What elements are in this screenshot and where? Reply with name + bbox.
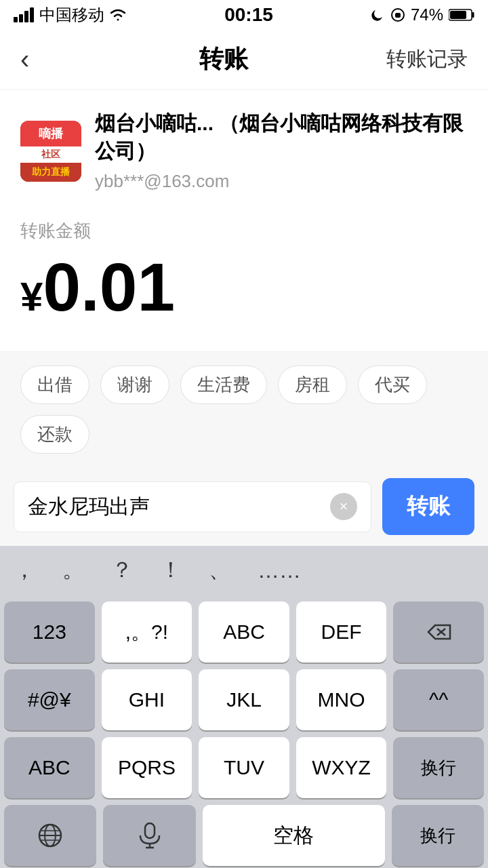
clear-input-button[interactable]: × — [330, 493, 357, 520]
quick-tag-还款[interactable]: 还款 — [20, 415, 89, 454]
carrier-label: 中国移动 — [39, 4, 104, 26]
back-button[interactable]: ‹ — [20, 44, 61, 75]
svg-rect-5 — [395, 13, 401, 18]
rotation-lock-icon — [390, 7, 405, 22]
keyboard-suggestions: ， 。 ？ ！ 、 …… — [0, 546, 488, 595]
svg-rect-16 — [145, 823, 155, 838]
page-title: 转账 — [199, 43, 248, 76]
key-punct[interactable]: ,。?! — [102, 601, 192, 663]
keyboard-row-3: ABC PQRS TUV WXYZ 换行 — [4, 737, 484, 798]
key-pqrs[interactable]: PQRS — [102, 737, 192, 798]
nav-bar: ‹ 转账 转账记录 — [0, 30, 488, 90]
key-return-1[interactable]: 换行 — [393, 737, 484, 798]
signal-icon — [14, 7, 35, 22]
keyboard-row-4: 空格 换行 — [4, 805, 484, 866]
key-symbols[interactable]: #@¥ — [4, 669, 95, 730]
microphone-icon — [138, 822, 162, 849]
key-abc-switch[interactable]: ABC — [4, 737, 95, 798]
key-globe[interactable] — [4, 805, 96, 866]
suggestion-ellipsis[interactable]: …… — [258, 558, 301, 583]
key-microphone[interactable] — [103, 805, 195, 866]
svg-rect-8 — [450, 11, 466, 19]
keyboard-row-1: 123 ,。?! ABC DEF — [4, 601, 484, 663]
key-wxyz[interactable]: WXYZ — [296, 737, 387, 798]
quick-tag-房租[interactable]: 房租 — [278, 366, 347, 404]
avatar-community-text: 社区 — [41, 149, 60, 161]
recipient-email: ybb***@163.com — [95, 171, 468, 192]
quick-tag-生活费[interactable]: 生活费 — [180, 366, 267, 404]
key-caps[interactable]: ^^ — [393, 669, 484, 730]
key-abc[interactable]: ABC — [199, 601, 289, 663]
globe-icon — [37, 822, 64, 849]
key-123[interactable]: 123 — [4, 601, 95, 663]
currency-symbol: ¥ — [20, 274, 43, 319]
recipient-name: 烟台小嘀咕... （烟台小嘀咕网络科技有限公司） — [95, 110, 468, 165]
moon-icon — [370, 7, 385, 22]
battery-icon — [449, 8, 474, 22]
message-input-wrapper[interactable]: 金水尼玛出声 × — [14, 481, 371, 532]
avatar-sub-text: 助力直播 — [32, 166, 70, 178]
status-time: 00:15 — [224, 4, 273, 26]
suggestion-period[interactable]: 。 — [62, 555, 84, 585]
amount-value: 0.01 — [43, 249, 175, 325]
quick-tag-代买[interactable]: 代买 — [358, 366, 427, 404]
suggestion-exclamation[interactable]: ！ — [160, 555, 182, 585]
battery-percent: 74% — [411, 5, 443, 24]
transfer-history-button[interactable]: 转账记录 — [386, 45, 468, 73]
quick-tags: 出借谢谢生活费房租代买还款 — [20, 366, 468, 454]
key-space[interactable]: 空格 — [203, 805, 385, 866]
key-jkl[interactable]: JKL — [199, 669, 289, 730]
keyboard-row-2: #@¥ GHI JKL MNO ^^ — [4, 669, 484, 730]
amount-display: ¥0.01 — [20, 250, 468, 324]
message-row: 金水尼玛出声 × 转账 — [0, 467, 488, 546]
backspace-icon — [425, 622, 452, 642]
avatar-top-text: 嘀播 — [39, 125, 63, 142]
key-tuv[interactable]: TUV — [199, 737, 289, 798]
message-input[interactable]: 金水尼玛出声 — [28, 493, 150, 521]
wifi-icon — [108, 7, 127, 22]
recipient-info: 烟台小嘀咕... （烟台小嘀咕网络科技有限公司） ybb***@163.com — [95, 110, 468, 192]
amount-section: 转账金额 ¥0.01 — [0, 205, 488, 351]
status-right: 74% — [370, 5, 474, 24]
recipient-section: 嘀播 社区 助力直播 烟台小嘀咕... （烟台小嘀咕网络科技有限公司） ybb*… — [0, 90, 488, 205]
svg-rect-7 — [472, 12, 474, 18]
key-return-2[interactable]: 换行 — [392, 805, 484, 866]
suggestion-comma[interactable]: ， — [14, 555, 35, 585]
transfer-submit-button[interactable]: 转账 — [382, 478, 474, 535]
svg-rect-0 — [14, 17, 18, 22]
svg-rect-1 — [19, 14, 23, 22]
status-carrier: 中国移动 — [14, 4, 127, 26]
svg-rect-3 — [30, 7, 34, 22]
svg-rect-2 — [24, 11, 28, 22]
key-def[interactable]: DEF — [296, 601, 387, 663]
quick-tags-section: 出借谢谢生活费房租代买还款 — [0, 352, 488, 467]
recipient-avatar: 嘀播 社区 助力直播 — [20, 121, 81, 182]
amount-label: 转账金额 — [20, 219, 468, 243]
quick-tag-谢谢[interactable]: 谢谢 — [100, 366, 169, 404]
quick-tag-出借[interactable]: 出借 — [20, 366, 89, 404]
status-bar: 中国移动 00:15 74% — [0, 0, 488, 30]
key-ghi[interactable]: GHI — [102, 669, 192, 730]
suggestion-question[interactable]: ？ — [111, 555, 133, 585]
key-mno[interactable]: MNO — [296, 669, 387, 730]
suggestion-pause[interactable]: 、 — [209, 555, 230, 585]
key-backspace[interactable] — [393, 601, 484, 663]
keyboard: 123 ,。?! ABC DEF #@¥ GHI JKL MNO ^^ ABC … — [0, 595, 488, 868]
